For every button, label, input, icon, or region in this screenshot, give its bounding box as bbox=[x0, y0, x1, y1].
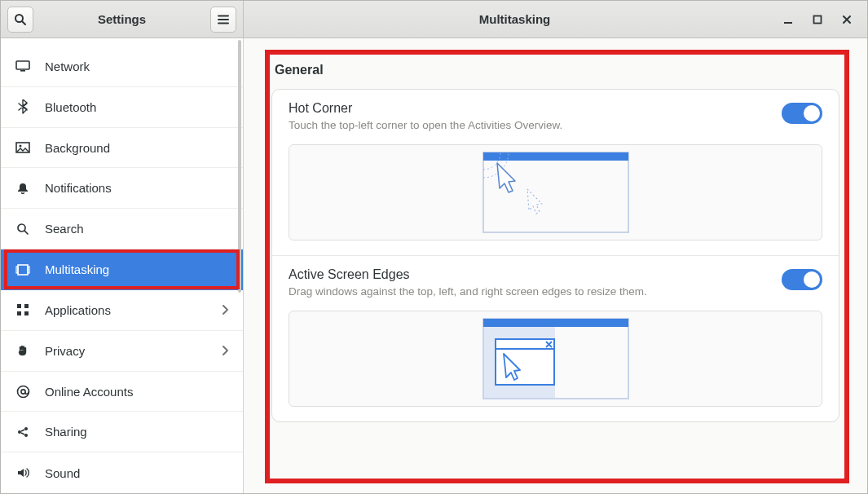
active-edges-svg bbox=[482, 318, 629, 399]
sidebar-item-search[interactable]: Search bbox=[1, 209, 243, 249]
svg-rect-25 bbox=[483, 319, 628, 327]
sidebar-item-applications[interactable]: Applications bbox=[1, 290, 243, 331]
maximize-button[interactable] bbox=[809, 11, 826, 29]
multitask-icon bbox=[15, 264, 30, 276]
svg-rect-14 bbox=[24, 304, 29, 308]
page-title: Multitasking bbox=[250, 12, 779, 26]
svg-rect-11 bbox=[16, 267, 18, 273]
minimize-icon bbox=[782, 14, 794, 25]
menu-button[interactable] bbox=[210, 7, 236, 33]
row-active-edges: Active Screen Edges Drag windows against… bbox=[272, 256, 839, 421]
hot-corner-svg bbox=[482, 152, 629, 233]
sidebar-item-label: Search bbox=[45, 222, 84, 236]
sidebar-scrollbar[interactable] bbox=[236, 38, 243, 395]
sidebar-item-background[interactable]: Background bbox=[1, 128, 243, 169]
share-icon bbox=[15, 426, 30, 439]
sidebar-item-online-accounts[interactable]: Online Accounts bbox=[1, 372, 243, 412]
red-highlight-sidebar bbox=[4, 249, 240, 289]
minimize-button[interactable] bbox=[779, 11, 797, 29]
svg-rect-12 bbox=[28, 267, 29, 273]
svg-line-9 bbox=[24, 231, 28, 234]
svg-rect-5 bbox=[20, 70, 25, 72]
search-button[interactable] bbox=[7, 7, 33, 33]
sidebar-item-label: Background bbox=[45, 141, 110, 155]
close-button[interactable] bbox=[838, 11, 856, 29]
row-title: Active Screen Edges bbox=[289, 267, 769, 282]
maximize-icon bbox=[813, 15, 822, 24]
sidebar-item-label: Network bbox=[45, 60, 90, 73]
section-title-general: General bbox=[275, 63, 836, 77]
background-icon bbox=[15, 142, 30, 153]
svg-point-21 bbox=[24, 434, 28, 437]
general-panel: Hot Corner Touch the top-left corner to … bbox=[271, 89, 839, 422]
active-edges-switch[interactable] bbox=[782, 269, 822, 290]
svg-rect-23 bbox=[483, 152, 628, 161]
row-title: Hot Corner bbox=[289, 101, 769, 116]
sidebar-item-bluetooth[interactable]: Bluetooth bbox=[1, 87, 243, 128]
sound-icon bbox=[15, 466, 30, 479]
svg-rect-16 bbox=[24, 311, 29, 315]
svg-point-7 bbox=[20, 145, 22, 148]
svg-rect-3 bbox=[814, 15, 822, 23]
chevron-right-icon bbox=[222, 305, 228, 315]
sidebar-title: Settings bbox=[40, 12, 204, 26]
row-hot-corner: Hot Corner Touch the top-left corner to … bbox=[272, 90, 839, 256]
display-icon bbox=[15, 60, 30, 72]
sidebar-item-label: Online Accounts bbox=[45, 385, 133, 399]
sidebar-item-label: Notifications bbox=[45, 181, 112, 195]
search-icon bbox=[14, 13, 27, 26]
sidebar-item-notifications[interactable]: Notifications bbox=[1, 168, 243, 209]
sidebar-item-label: Sharing bbox=[45, 425, 87, 439]
bluetooth-icon bbox=[15, 99, 30, 114]
svg-rect-15 bbox=[17, 311, 21, 315]
sidebar-item-privacy[interactable]: Privacy bbox=[1, 331, 243, 372]
sidebar-item-sound[interactable]: Sound bbox=[1, 452, 243, 493]
sidebar: Network Bluetooth Background Notificatio… bbox=[1, 38, 244, 493]
svg-point-17 bbox=[17, 386, 29, 397]
svg-rect-13 bbox=[17, 304, 21, 308]
hot-corner-illustration bbox=[289, 144, 822, 240]
sidebar-item-label: Privacy bbox=[45, 344, 85, 358]
sidebar-item-label: Bluetooth bbox=[45, 100, 96, 114]
svg-rect-2 bbox=[784, 22, 792, 24]
svg-line-1 bbox=[22, 21, 25, 24]
sidebar-item-label: Multitasking bbox=[45, 262, 109, 276]
search-icon bbox=[15, 223, 30, 236]
chevron-right-icon bbox=[222, 346, 228, 355]
svg-rect-22 bbox=[483, 152, 628, 232]
svg-point-19 bbox=[18, 430, 21, 434]
hot-corner-switch[interactable] bbox=[782, 103, 822, 124]
svg-rect-4 bbox=[16, 61, 29, 69]
sidebar-item-sharing[interactable]: Sharing bbox=[1, 412, 243, 452]
svg-point-20 bbox=[24, 427, 28, 430]
hamburger-icon bbox=[217, 13, 230, 26]
bell-icon bbox=[15, 182, 30, 195]
active-edges-illustration bbox=[289, 311, 822, 407]
row-desc: Drag windows against the top, left, and … bbox=[289, 285, 769, 298]
at-icon bbox=[15, 385, 30, 399]
hand-icon bbox=[15, 344, 30, 357]
row-desc: Touch the top-left corner to open the Ac… bbox=[289, 119, 769, 131]
svg-rect-10 bbox=[18, 265, 28, 275]
close-icon bbox=[842, 15, 852, 24]
sidebar-item-network[interactable]: Network bbox=[1, 46, 243, 87]
sidebar-item-label: Applications bbox=[45, 303, 111, 317]
content-area: General Hot Corner Touch the top-left co… bbox=[244, 38, 867, 493]
apps-icon bbox=[15, 303, 30, 316]
sidebar-item-multitasking[interactable]: Multitasking bbox=[1, 249, 243, 290]
sidebar-item-label: Sound bbox=[45, 466, 80, 480]
